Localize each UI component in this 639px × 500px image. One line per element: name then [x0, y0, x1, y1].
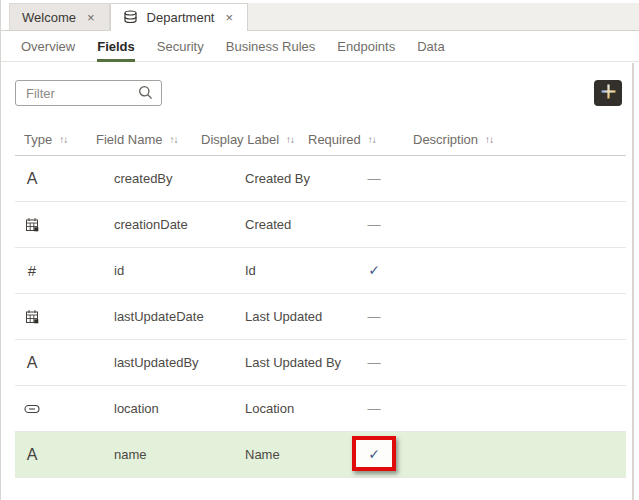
- datetime-type-icon: [22, 294, 42, 339]
- window-tab-bar: Welcome × Department ×: [1, 0, 639, 31]
- field-name-cell: name: [114, 432, 147, 477]
- text-type-icon: A: [22, 340, 42, 385]
- fields-table: Type ↑↓ Field Name ↑↓ Display Label ↑↓ R…: [15, 125, 626, 478]
- close-icon[interactable]: ×: [223, 10, 235, 25]
- column-header-type-label: Type: [24, 132, 52, 147]
- subtab-security[interactable]: Security: [146, 31, 215, 61]
- display-label-cell: Created By: [245, 156, 310, 201]
- field-name-cell: lastUpdateDate: [114, 294, 204, 339]
- reference-type-icon: [22, 386, 42, 431]
- column-header-field-name[interactable]: Field Name ↑↓: [96, 132, 177, 147]
- required-check-icon: ✓: [368, 446, 380, 462]
- sort-icon[interactable]: ↑↓: [169, 134, 177, 145]
- subtab-security-label: Security: [157, 39, 204, 54]
- column-header-required-label: Required: [308, 132, 361, 147]
- tab-department-label: Department: [147, 10, 215, 25]
- subtab-fields[interactable]: Fields: [86, 31, 146, 61]
- subtab-data-label: Data: [417, 39, 444, 54]
- table-row-location[interactable]: location Location —: [15, 386, 626, 432]
- column-header-field-name-label: Field Name: [96, 132, 162, 147]
- add-field-button[interactable]: [594, 80, 622, 106]
- display-label-cell: Name: [245, 432, 280, 477]
- table-row-lastUpdateDate[interactable]: lastUpdateDate Last Updated —: [15, 294, 626, 340]
- sort-icon[interactable]: ↑↓: [59, 134, 67, 145]
- subtab-business-rules[interactable]: Business Rules: [215, 31, 327, 61]
- table-row-lastUpdatedBy[interactable]: A lastUpdatedBy Last Updated By —: [15, 340, 626, 386]
- subtab-overview[interactable]: Overview: [10, 31, 86, 61]
- required-dash: —: [361, 202, 387, 247]
- subtab-data[interactable]: Data: [406, 31, 455, 61]
- column-header-required[interactable]: Required ↑↓: [308, 132, 376, 147]
- tab-bar-filler: [248, 3, 639, 30]
- text-type-icon: A: [22, 432, 42, 477]
- tab-welcome[interactable]: Welcome ×: [9, 3, 110, 30]
- required-check-icon: ✓: [361, 248, 387, 293]
- column-header-type[interactable]: Type ↑↓: [24, 132, 67, 147]
- display-label-cell: Location: [245, 386, 294, 431]
- text-type-icon: A: [22, 156, 42, 201]
- field-name-cell: id: [114, 248, 124, 293]
- subtab-endpoints-label: Endpoints: [337, 39, 395, 54]
- field-name-cell: createdBy: [114, 156, 173, 201]
- filter-field-wrap: [15, 80, 162, 106]
- table-header-row: Type ↑↓ Field Name ↑↓ Display Label ↑↓ R…: [15, 125, 626, 156]
- field-name-cell: location: [114, 386, 159, 431]
- app-window: Welcome × Department × Overview Fields S…: [0, 0, 639, 500]
- required-dash: —: [361, 156, 387, 201]
- table-row-name[interactable]: A name Name ✓: [15, 432, 626, 478]
- subtab-endpoints[interactable]: Endpoints: [326, 31, 406, 61]
- field-name-cell: lastUpdatedBy: [114, 340, 199, 385]
- required-dash: —: [361, 294, 387, 339]
- display-label-cell: Last Updated By: [245, 340, 341, 385]
- column-header-display-label-label: Display Label: [201, 132, 279, 147]
- tab-welcome-label: Welcome: [22, 10, 76, 25]
- subtab-fields-label: Fields: [97, 39, 135, 54]
- table-row-id[interactable]: # id Id ✓: [15, 248, 626, 294]
- subtab-bar: Overview Fields Security Business Rules …: [1, 31, 639, 62]
- table-row-createdBy[interactable]: A createdBy Created By —: [15, 156, 626, 202]
- close-icon[interactable]: ×: [85, 10, 97, 25]
- subtab-business-rules-label: Business Rules: [226, 39, 316, 54]
- filter-input[interactable]: [15, 80, 162, 106]
- sort-icon[interactable]: ↑↓: [368, 134, 376, 145]
- display-label-cell: Id: [245, 248, 256, 293]
- sort-icon[interactable]: ↑↓: [485, 134, 493, 145]
- sort-icon[interactable]: ↑↓: [286, 134, 294, 145]
- number-type-icon: #: [22, 248, 42, 293]
- tab-department[interactable]: Department ×: [110, 3, 249, 31]
- field-name-cell: creationDate: [114, 202, 188, 247]
- column-header-description-label: Description: [413, 132, 478, 147]
- annotation-red-box: ✓: [352, 436, 396, 471]
- required-dash: —: [361, 340, 387, 385]
- display-label-cell: Created: [245, 202, 291, 247]
- column-header-display-label[interactable]: Display Label ↑↓: [201, 132, 294, 147]
- table-row-creationDate[interactable]: creationDate Created —: [15, 202, 626, 248]
- display-label-cell: Last Updated: [245, 294, 322, 339]
- datetime-type-icon: [22, 202, 42, 247]
- database-icon: [123, 10, 138, 24]
- scrollbar-track[interactable]: [632, 63, 634, 500]
- plus-icon: [601, 84, 616, 102]
- subtab-overview-label: Overview: [21, 39, 75, 54]
- column-header-description[interactable]: Description ↑↓: [413, 132, 493, 147]
- required-dash: —: [361, 386, 387, 431]
